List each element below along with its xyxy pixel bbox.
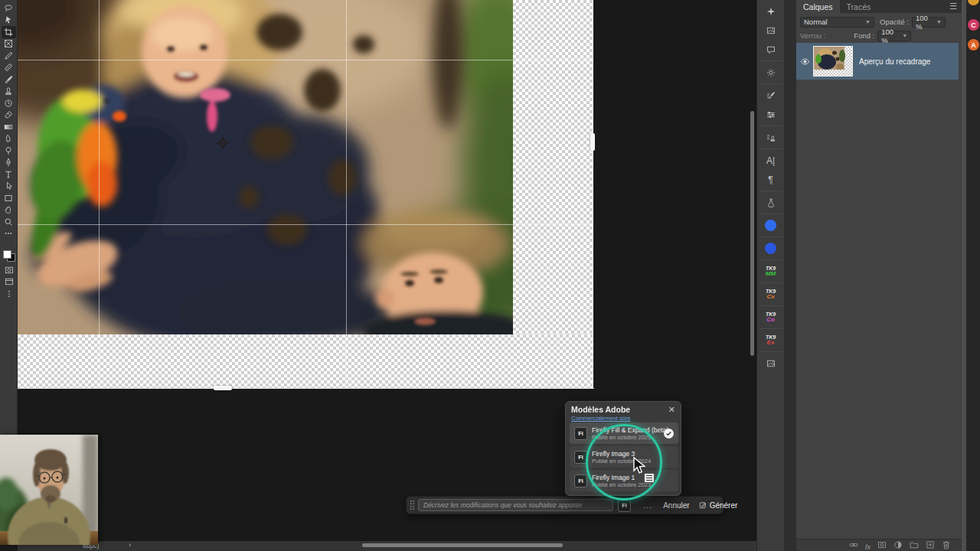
clone-stamp-tool[interactable]	[2, 86, 16, 98]
Firefly Fill & Expand (beta)[interactable]: Fi Firefly Fill & Expand (beta) Publié e…	[570, 422, 678, 444]
new-group-button[interactable]	[910, 539, 919, 551]
plugin-blue-1-button[interactable]	[760, 214, 782, 235]
opacity-label: Opacité :	[880, 18, 909, 26]
brush-settings-button[interactable]	[760, 83, 782, 105]
firefly-model-button[interactable]: Fi	[618, 499, 631, 512]
panel-menu-icon[interactable]: ☰	[949, 2, 957, 11]
strip-icon	[766, 68, 776, 77]
clone-source-button[interactable]	[760, 126, 782, 147]
blend-mode-select[interactable]: Normal▼	[800, 17, 874, 28]
learn-button[interactable]	[760, 191, 782, 212]
eraser-tool[interactable]	[2, 109, 16, 122]
crop-edge-bottom[interactable]	[18, 388, 594, 389]
lasso-tool[interactable]	[2, 2, 16, 15]
hand-tool[interactable]	[2, 204, 16, 217]
delete-layer-button[interactable]	[942, 539, 951, 551]
eyedropper-tool[interactable]	[2, 50, 16, 62]
crop-edge-right[interactable]	[593, 0, 593, 389]
tool-icon	[4, 28, 13, 37]
layer-name: Aperçu du recadrage	[859, 57, 930, 66]
generate-button[interactable]: Générer	[699, 501, 738, 510]
cancel-button[interactable]: Annuler	[663, 501, 689, 510]
tool-icon	[4, 4, 13, 13]
dodge-tool[interactable]	[2, 145, 16, 157]
crop-grid-horizontal-1	[18, 60, 593, 60]
plugin-badge-partial[interactable]	[968, 0, 979, 5]
tool-icon	[4, 63, 13, 72]
document-photo[interactable]	[18, 0, 513, 334]
smudge-tool[interactable]	[2, 133, 16, 145]
crop-handle-right[interactable]	[590, 133, 595, 151]
taskbar-drag-handle[interactable]	[410, 500, 415, 510]
gradient-tool[interactable]	[2, 121, 16, 133]
strip-glyph-icon: ¶	[768, 175, 773, 184]
canvas-vertical-scrollbar[interactable]	[750, 111, 754, 356]
crop-handle-bottom[interactable]	[214, 386, 232, 390]
crop-tool[interactable]	[2, 26, 16, 38]
tk9-co-button[interactable]: TK9 Co	[760, 305, 782, 327]
generative-prompt-input[interactable]	[418, 499, 613, 511]
layer-thumbnail[interactable]	[813, 46, 853, 77]
generative-tools-button[interactable]	[760, 2, 782, 21]
link-icon	[849, 540, 858, 549]
canvas-horizontal-scrollbar[interactable]	[362, 543, 563, 547]
healing-brush-tool[interactable]	[2, 62, 16, 74]
type-tool[interactable]	[2, 168, 16, 181]
plugin-dot-icon	[765, 220, 776, 231]
new-layer-button[interactable]	[926, 539, 935, 551]
tool-icon	[4, 158, 13, 167]
adjust-icon	[893, 540, 903, 549]
tool-icon	[5, 266, 14, 275]
layer-visibility-eye-icon[interactable]	[796, 57, 813, 67]
color-swatches[interactable]	[3, 250, 15, 262]
tk9-ex-button[interactable]: TK9 Ex	[760, 328, 782, 350]
more-options-button[interactable]: ...	[643, 500, 652, 510]
opacity-select[interactable]: 100 %▼	[912, 17, 946, 28]
pen-tool[interactable]	[2, 157, 16, 169]
tool-icon	[5, 289, 14, 298]
panel-icon-strip: A| ¶	[756, 0, 784, 551]
lock-label: Verrou :	[800, 31, 825, 40]
status-chevron[interactable]: ›	[129, 541, 131, 549]
brush-tool[interactable]	[2, 73, 16, 86]
rectangle-tool[interactable]	[2, 192, 16, 204]
commercially-safe-link[interactable]: Commercialement sûre	[571, 415, 631, 422]
layer-style-button[interactable]: fx	[865, 539, 871, 551]
layer-row[interactable]: Aperçu du recadrage	[796, 43, 959, 80]
adjustment-layer-button[interactable]	[893, 539, 903, 551]
fill-select[interactable]: 100 %▼	[877, 31, 911, 41]
properties-button[interactable]	[760, 105, 782, 124]
export-preview-button[interactable]	[760, 351, 782, 373]
close-icon[interactable]: ✕	[668, 406, 675, 414]
paragraph-button[interactable]: ¶	[760, 170, 782, 189]
tool-icon	[4, 51, 13, 60]
link-layers-button[interactable]	[849, 539, 858, 551]
Firefly Image 3[interactable]: Fi Firefly Image 3 Publié en octobre 202…	[570, 446, 678, 468]
path-selection-tool[interactable]	[2, 181, 16, 193]
libraries-button[interactable]	[760, 21, 782, 40]
Firefly Image 1[interactable]: Fi Firefly Image 1 Publié en octobre 202…	[570, 470, 678, 491]
add-mask-button[interactable]	[877, 539, 887, 551]
tool-icon	[4, 75, 13, 84]
frame-tool[interactable]	[2, 38, 16, 51]
foreground-color-swatch[interactable]	[3, 250, 11, 259]
plugin-badge-a[interactable]: A	[968, 39, 979, 51]
tk9-cx-button[interactable]: TK9 Cx	[760, 282, 782, 304]
tab-calques[interactable]: Calques	[796, 0, 840, 13]
zoom-tool[interactable]	[2, 216, 16, 228]
tk9-mm-button[interactable]: TK9 MM	[760, 259, 782, 281]
tab-traces[interactable]: Tracés	[840, 0, 878, 13]
plugin-badge-c[interactable]: C	[968, 19, 979, 31]
share-button[interactable]	[2, 288, 16, 300]
history-brush-tool[interactable]	[2, 97, 16, 109]
crop-pivot-icon[interactable]	[217, 137, 229, 149]
plugin-blue-2-button[interactable]	[760, 236, 782, 258]
strip-icon	[766, 7, 776, 16]
quick-mask-button[interactable]	[2, 264, 16, 276]
adjustments-button[interactable]	[760, 60, 782, 82]
more-tools[interactable]	[2, 228, 16, 240]
screen-mode-button[interactable]	[2, 276, 16, 289]
move-tool[interactable]	[2, 15, 16, 27]
character-button[interactable]: A|	[760, 148, 782, 170]
comments-button[interactable]	[760, 40, 782, 59]
